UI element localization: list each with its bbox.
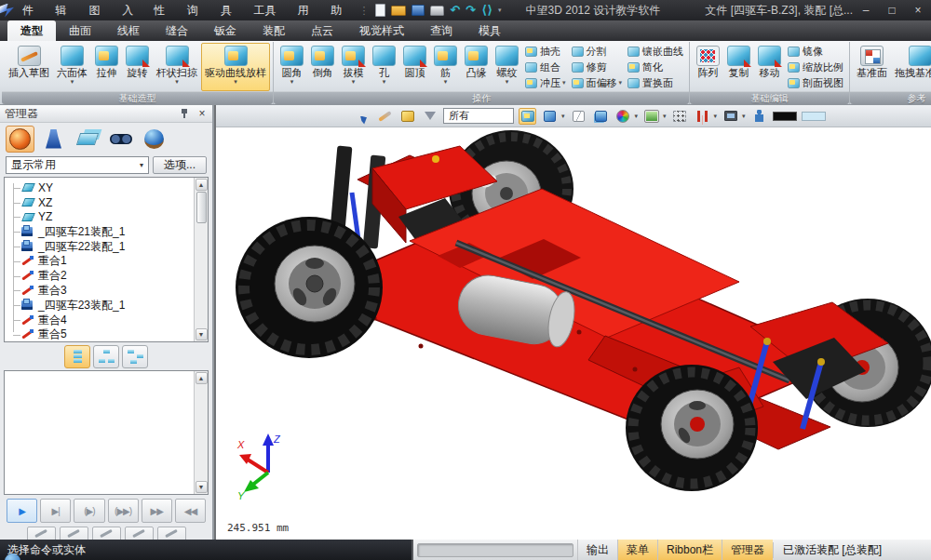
extrude-button[interactable]: 拉伸 [91, 43, 122, 91]
redo-button[interactable]: ↷ [466, 2, 476, 19]
minimize-button[interactable]: – [853, 2, 879, 19]
list-view-button[interactable] [64, 345, 90, 368]
quick-access-overflow-button[interactable]: ▾ [498, 7, 502, 14]
edit-tool-button[interactable] [157, 527, 186, 540]
options-button[interactable]: 选项... [153, 156, 207, 174]
edit-tool-button[interactable] [125, 527, 154, 540]
hole-button[interactable]: 孔 ▾ [369, 43, 399, 91]
edge-color-swatch[interactable] [773, 112, 797, 121]
face-offset-button[interactable]: 面偏移▾ [572, 75, 623, 90]
open-file-button[interactable] [391, 6, 406, 16]
scroll-thumb[interactable] [196, 192, 207, 223]
dropdown-arrow-icon[interactable]: ▾ [383, 78, 386, 86]
tree-item-xz[interactable]: XZ [5, 195, 194, 210]
solid-pick-button[interactable] [398, 108, 416, 125]
filter-button[interactable] [421, 108, 439, 125]
scroll-down-icon[interactable]: ▼ [196, 328, 208, 340]
dropdown-arrow-icon[interactable]: ▾ [71, 78, 74, 86]
pick-filter-combo[interactable]: 所有 [443, 108, 514, 124]
maximize-button[interactable]: □ [879, 2, 905, 19]
chevron-down-icon[interactable]: ▾ [714, 113, 718, 120]
scale-button[interactable]: 缩放比例 [788, 60, 843, 74]
dropdown-arrow-icon[interactable]: ▾ [175, 78, 179, 86]
tab-wireframe[interactable]: 线框 [104, 20, 153, 41]
replace-face-button[interactable]: 置换面 [627, 75, 683, 90]
tree-item-mate[interactable]: 重合5 [5, 327, 194, 342]
move-button[interactable]: 移动 [754, 43, 785, 91]
dropdown-arrow-icon[interactable]: ▾ [290, 78, 294, 86]
close-button[interactable]: × [905, 2, 931, 19]
entity-info-button[interactable] [354, 108, 371, 125]
chevron-down-icon[interactable]: ▾ [742, 113, 746, 120]
play-to-end-button[interactable]: ▶| [40, 499, 71, 523]
point-display-button[interactable] [671, 108, 689, 125]
chevron-down-icon[interactable]: ▾ [635, 113, 639, 120]
menu-toggle-button[interactable]: 菜单 [617, 540, 657, 560]
walkthrough-button[interactable] [750, 108, 768, 125]
assembly-3d-model[interactable] [216, 127, 931, 540]
punch-button[interactable]: 冲压▾ [525, 75, 566, 90]
mirror-button[interactable]: 镜像 [788, 44, 843, 59]
history-manager-button[interactable] [6, 126, 34, 153]
tree-item-mate[interactable]: 重合4 [5, 313, 194, 327]
tab-visual-style[interactable]: 视觉样式 [346, 20, 417, 41]
rod-sweep-button[interactable]: 杆状扫掠 ▾ [153, 43, 201, 91]
tree-item-xy[interactable]: XY [5, 180, 194, 195]
chevron-down-icon[interactable]: ▾ [561, 113, 565, 120]
structure-view-button[interactable] [122, 345, 148, 368]
tree-item-yz[interactable]: YZ [5, 210, 194, 225]
datum-plane-button[interactable]: 基准面 [853, 43, 891, 91]
output-toggle-button[interactable]: 输出 [577, 540, 617, 560]
display-mode-button[interactable] [541, 108, 559, 125]
new-file-button[interactable] [375, 4, 385, 17]
tree-item-mate[interactable]: 重合3 [5, 284, 194, 299]
expression-button[interactable]: ⟨⟩ [481, 2, 492, 19]
edit-tool-button[interactable] [60, 527, 88, 540]
tab-inquire[interactable]: 查询 [417, 20, 466, 41]
scroll-down-icon[interactable]: ▼ [196, 481, 208, 493]
assembly-manager-button[interactable] [39, 126, 68, 153]
layer-manager-button[interactable] [73, 126, 101, 153]
combine-button[interactable]: 组合 [525, 60, 566, 74]
edit-tool-button[interactable] [92, 527, 121, 540]
print-button[interactable] [430, 6, 444, 16]
ribbon-toggle-button[interactable]: Ribbon栏 [657, 540, 722, 560]
rewind-button[interactable]: ◀◀ [175, 499, 206, 523]
tab-assembly[interactable]: 装配 [250, 20, 298, 41]
tree-scrollbar[interactable]: ▲ ▼ [194, 178, 208, 341]
view-manager-button[interactable] [140, 126, 169, 153]
fast-forward-button[interactable]: ▶▶ [142, 499, 172, 523]
dropdown-arrow-icon[interactable]: ▾ [506, 78, 509, 86]
tab-shape[interactable]: 造型 [7, 20, 56, 41]
fillet-button[interactable]: 圆角 ▾ [277, 43, 307, 91]
hierarchy-view-button[interactable] [93, 345, 119, 368]
detail-list-box[interactable]: ▲ ▼ [4, 370, 209, 495]
thread-button[interactable]: 螺纹 ▾ [492, 43, 522, 91]
tab-sew[interactable]: 缝合 [153, 20, 201, 41]
visual-manager-button[interactable] [106, 126, 135, 153]
display-filter-combo[interactable]: 显示常用 ▾ [6, 156, 149, 174]
pattern-button[interactable]: 阵列 [693, 43, 723, 91]
dropdown-arrow-icon[interactable]: ▾ [619, 79, 623, 87]
shell-button[interactable]: 抽壳 [525, 44, 566, 59]
dropdown-arrow-icon[interactable]: ▾ [444, 78, 448, 86]
draft-button[interactable]: 拔模 ▾ [338, 43, 369, 91]
trim-button[interactable]: 修剪 [572, 60, 623, 74]
tab-mold[interactable]: 模具 [466, 20, 514, 41]
wireframe-mode-button[interactable] [570, 108, 587, 125]
revolve-button[interactable]: 旋转 [122, 43, 153, 91]
pick-pen-button[interactable] [376, 108, 394, 125]
background-button[interactable] [642, 108, 660, 125]
dropdown-arrow-icon[interactable]: ▾ [352, 78, 356, 86]
tree-item-mate[interactable]: 重合2 [5, 269, 194, 284]
copy-button[interactable]: 复制 [723, 43, 754, 91]
dropdown-arrow-icon[interactable]: ▾ [562, 79, 566, 87]
face-color-swatch[interactable] [802, 112, 826, 121]
detail-scrollbar[interactable]: ▲ ▼ [194, 371, 208, 494]
section-view-button[interactable]: 剖面视图 [788, 75, 843, 90]
chevron-down-icon[interactable]: ▾ [663, 113, 667, 120]
undo-button[interactable]: ↶ [450, 2, 460, 19]
step-skip-button[interactable]: (▶▶) [108, 499, 139, 523]
manager-toggle-button[interactable]: 管理器 [722, 540, 773, 560]
step-play-button[interactable]: (▶) [74, 499, 104, 523]
